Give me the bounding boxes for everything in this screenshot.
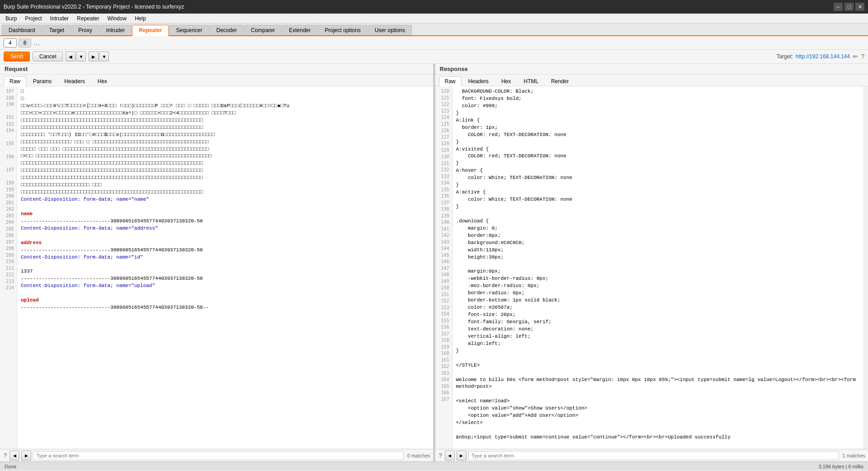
menu-repeater[interactable]: Repeater (73, 14, 103, 23)
tab-sequencer[interactable]: Sequencer (169, 25, 209, 35)
tab-comparer[interactable]: Comparer (244, 25, 282, 35)
response-tab-html[interactable]: HTML (518, 76, 544, 86)
response-tab-render[interactable]: Render (545, 76, 575, 86)
request-code-area[interactable]: 187 188 190 191 192 194 195 196 197 198 … (0, 86, 433, 449)
target-url[interactable]: http://192.168.144.144 (796, 53, 850, 60)
response-matches-count: 1 matches (842, 453, 865, 458)
response-panel-header: Response (435, 64, 868, 75)
response-search-bar: ? ◀ ▶ 1 matches (435, 449, 868, 462)
statusbar: Done 3,196 bytes | 6 millis (0, 462, 868, 471)
menubar: Burp Project Intruder Repeater Window He… (0, 14, 868, 24)
tab-target[interactable]: Target (42, 25, 71, 35)
response-tab-hex[interactable]: Hex (495, 76, 517, 86)
response-panel: Response Raw Headers Hex HTML Render 120… (435, 64, 868, 462)
request-search-bar: ? ◀ ▶ 0 matches (0, 449, 433, 462)
response-scrollbar[interactable] (863, 86, 868, 449)
tab-dashboard[interactable]: Dashboard (2, 25, 42, 35)
target-info: Target: http://192.168.144.144 ✏ ? (776, 53, 864, 60)
window-controls: ─ □ ✕ (834, 3, 864, 11)
target-help-button[interactable]: ? (861, 53, 864, 60)
menu-burp[interactable]: Burp (2, 14, 20, 23)
menu-intruder[interactable]: Intruder (47, 14, 72, 23)
repeater-tab-8[interactable]: 8 (19, 38, 32, 47)
main-tabbar: Dashboard Target Proxy Intruder Repeater… (0, 24, 868, 36)
response-line-numbers: 120 121 122 123 124 125 126 127 128 129 … (435, 86, 453, 449)
request-panel-tabs: Raw Params Headers Hex (0, 75, 433, 86)
tab-user-options[interactable]: User options (368, 25, 412, 35)
request-search-prev[interactable]: ◀ (9, 451, 19, 461)
request-search-help[interactable]: ? (3, 451, 8, 460)
status-done: Done (5, 464, 16, 469)
tab-decoder[interactable]: Decoder (210, 25, 244, 35)
request-search-input[interactable] (33, 451, 404, 460)
request-tab-params[interactable]: Params (27, 76, 57, 86)
status-bytes: 3,196 bytes | 6 millis (819, 464, 863, 469)
tab-project-options[interactable]: Project options (318, 25, 367, 35)
request-panel-header: Request (0, 64, 433, 75)
tab-extender[interactable]: Extender (282, 25, 317, 35)
target-edit-button[interactable]: ✏ (853, 53, 858, 60)
menu-help[interactable]: Help (131, 14, 150, 23)
response-tab-raw[interactable]: Raw (439, 76, 462, 86)
response-search-next[interactable]: ▶ (457, 451, 467, 461)
response-code-text[interactable]: BACKGROUND-COLOR: Black; font: Fixedsys … (453, 86, 864, 449)
request-tab-raw[interactable]: Raw (4, 76, 26, 86)
toolbar: Send Cancel ◀ ▼ ▶ ▼ Target: http://192.1… (0, 50, 868, 64)
response-search-input[interactable] (468, 451, 839, 460)
response-panel-tabs: Raw Headers Hex HTML Render (435, 75, 868, 86)
repeater-tabs-bar: 4 8 ... (0, 36, 868, 50)
cancel-button[interactable]: Cancel (33, 52, 63, 61)
request-matches-count: 0 matches (407, 453, 430, 458)
nav-forward-dropdown[interactable]: ▼ (99, 52, 109, 61)
nav-group-back: ◀ ▼ (66, 52, 86, 61)
request-code-text[interactable]: □ □ □□v<□□□-□□□#\□□T□□□□□<[□□□4+8□□□ !□□… (17, 86, 433, 449)
tab-proxy[interactable]: Proxy (71, 25, 99, 35)
response-search-prev[interactable]: ◀ (445, 451, 455, 461)
nav-back-button[interactable]: ◀ (66, 52, 75, 61)
menu-window[interactable]: Window (104, 14, 130, 23)
repeater-tab-4[interactable]: 4 (4, 38, 17, 47)
nav-group-forward: ▶ ▼ (89, 52, 109, 61)
main-content: Request Raw Params Headers Hex 187 188 1… (0, 64, 868, 462)
app-title: Burp Suite Professional v2020.2 - Tempor… (4, 4, 184, 10)
request-panel: Request Raw Params Headers Hex 187 188 1… (0, 64, 434, 462)
maximize-button[interactable]: □ (844, 3, 854, 11)
tab-intruder[interactable]: Intruder (99, 25, 132, 35)
response-tab-headers[interactable]: Headers (462, 76, 495, 86)
send-button[interactable]: Send (4, 52, 30, 61)
response-search-help[interactable]: ? (438, 451, 443, 460)
menu-project[interactable]: Project (21, 14, 45, 23)
titlebar: Burp Suite Professional v2020.2 - Tempor… (0, 0, 868, 14)
nav-back-dropdown[interactable]: ▼ (76, 52, 86, 61)
target-label: Target: (776, 53, 793, 60)
repeater-add-tab[interactable]: ... (33, 38, 40, 47)
request-line-numbers: 187 188 190 191 192 194 195 196 197 198 … (0, 86, 17, 449)
request-tab-hex[interactable]: Hex (92, 76, 113, 86)
response-code-area[interactable]: 120 121 122 123 124 125 126 127 128 129 … (435, 86, 868, 449)
minimize-button[interactable]: ─ (834, 3, 843, 11)
close-button[interactable]: ✕ (855, 3, 864, 11)
request-tab-headers[interactable]: Headers (58, 76, 90, 86)
tab-repeater[interactable]: Repeater (132, 25, 169, 36)
nav-forward-button[interactable]: ▶ (89, 52, 99, 61)
request-search-next[interactable]: ▶ (21, 451, 31, 461)
